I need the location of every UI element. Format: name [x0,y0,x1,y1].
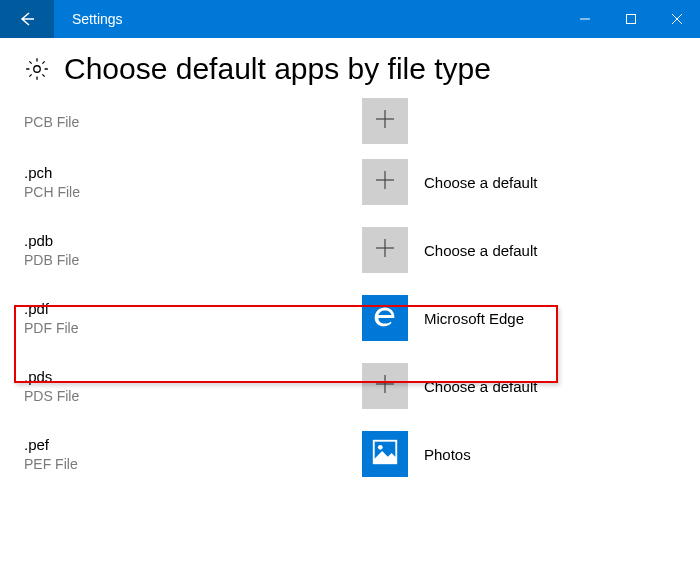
maximize-icon [626,14,636,24]
app-tile[interactable] [362,431,408,477]
default-app-selector[interactable]: Choose a default [362,227,537,273]
app-label: Choose a default [424,242,537,259]
file-extension: .pdf [24,300,362,318]
file-type-row: .pefPEF FilePhotos [24,420,676,488]
choose-default-tile[interactable] [362,227,408,273]
svg-rect-1 [627,15,636,24]
choose-default-tile[interactable] [362,363,408,409]
file-type-list: PCB File.pchPCH FileChoose a default.pdb… [24,98,676,488]
back-button[interactable] [0,0,54,38]
file-type-description: PDS File [24,388,362,405]
plus-icon [374,108,396,134]
plus-icon [374,169,396,195]
default-app-selector[interactable]: Microsoft Edge [362,295,524,341]
title-bar: Settings [0,0,700,38]
file-type-info: PCB File [24,112,362,131]
default-app-selector[interactable] [362,98,408,144]
file-type-row: .pdbPDB FileChoose a default [24,216,676,284]
app-label: Choose a default [424,174,537,191]
file-type-info: .pchPCH File [24,164,362,201]
file-type-row: .pdsPDS FileChoose a default [24,352,676,420]
file-type-description: PCB File [24,114,362,131]
file-extension: .pef [24,436,362,454]
minimize-button[interactable] [562,0,608,38]
maximize-button[interactable] [608,0,654,38]
file-type-description: PEF File [24,456,362,473]
file-type-row: PCB File [24,98,676,148]
back-arrow-icon [17,9,37,29]
app-label: Microsoft Edge [424,310,524,327]
file-type-info: .pefPEF File [24,436,362,473]
app-tile[interactable] [362,295,408,341]
app-label: Choose a default [424,378,537,395]
file-type-row: .pchPCH FileChoose a default [24,148,676,216]
choose-default-tile[interactable] [362,159,408,205]
photos-icon [370,437,400,471]
file-type-description: PDB File [24,252,362,269]
default-app-selector[interactable]: Photos [362,431,471,477]
gear-icon [24,56,50,82]
file-type-info: .pdsPDS File [24,368,362,405]
default-app-selector[interactable]: Choose a default [362,363,537,409]
window-title: Settings [54,0,562,38]
svg-point-4 [34,66,41,73]
file-extension: .pch [24,164,362,182]
file-extension: .pds [24,368,362,386]
window-controls [562,0,700,38]
file-type-info: .pdfPDF File [24,300,362,337]
file-extension: .pdb [24,232,362,250]
close-button[interactable] [654,0,700,38]
plus-icon [374,373,396,399]
file-type-info: .pdbPDB File [24,232,362,269]
choose-default-tile[interactable] [362,98,408,144]
page-heading: Choose default apps by file type [24,52,676,86]
close-icon [672,14,682,24]
file-type-description: PDF File [24,320,362,337]
file-type-description: PCH File [24,184,362,201]
default-app-selector[interactable]: Choose a default [362,159,537,205]
file-type-row: .pdfPDF FileMicrosoft Edge [24,284,676,352]
content-area: Choose default apps by file type PCB Fil… [0,38,700,488]
edge-icon [370,301,400,335]
app-label: Photos [424,446,471,463]
page-title: Choose default apps by file type [64,52,491,86]
plus-icon [374,237,396,263]
svg-point-14 [378,445,383,450]
minimize-icon [580,14,590,24]
